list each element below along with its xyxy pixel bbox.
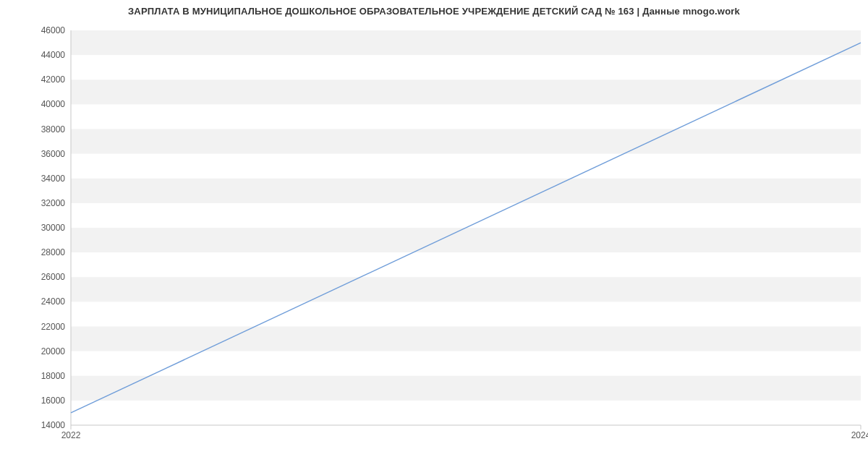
y-tick-label: 36000 [41,149,66,159]
grid-band [71,228,861,252]
y-tick-label: 32000 [41,198,66,208]
chart-title: ЗАРПЛАТА В МУНИЦИПАЛЬНОЕ ДОШКОЛЬНОЕ ОБРА… [0,6,868,17]
y-tick-label: 16000 [41,396,66,406]
grid-band [71,80,861,104]
y-tick-label: 18000 [41,371,66,381]
y-tick-label: 30000 [41,223,66,233]
y-tick-label: 38000 [41,124,66,134]
x-tick-label: 2024 [851,430,868,440]
grid-band [71,129,861,154]
y-tick-label: 14000 [41,420,66,430]
y-tick-label: 24000 [41,296,66,307]
grid-band [71,376,861,401]
y-tick-label: 22000 [41,322,66,332]
grid-band [71,277,861,302]
y-tick-label: 44000 [41,50,66,60]
grid-band [71,327,861,351]
y-tick-label: 46000 [41,25,66,35]
y-tick-label: 26000 [41,272,66,282]
line-chart: 1400016000180002000022000240002600028000… [0,0,868,470]
grid-band [71,179,861,203]
y-tick-label: 34000 [41,174,66,184]
y-tick-label: 28000 [41,247,66,257]
x-tick-label: 2022 [61,430,81,440]
y-tick-label: 40000 [41,99,66,109]
y-tick-label: 20000 [41,346,66,356]
grid-band [71,30,861,55]
chart-container: ЗАРПЛАТА В МУНИЦИПАЛЬНОЕ ДОШКОЛЬНОЕ ОБРА… [0,0,868,470]
y-tick-label: 42000 [41,74,66,85]
